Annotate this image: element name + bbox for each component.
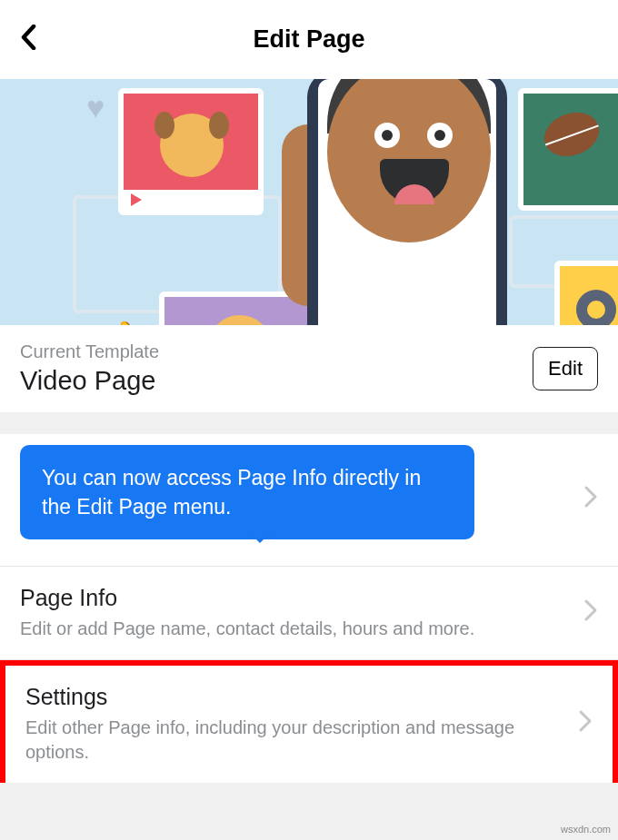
card-map (554, 261, 618, 325)
list-item-settings[interactable]: Settings Edit other Page info, including… (0, 660, 618, 783)
item-title: Settings (25, 684, 560, 710)
item-description: Edit or add Page name, contact details, … (20, 617, 565, 641)
list-item-page-info[interactable]: Page Info Edit or add Page name, contact… (0, 567, 618, 660)
back-button[interactable] (20, 22, 36, 57)
thumbs-up-icon: 👍 (86, 317, 156, 325)
chevron-left-icon (20, 25, 36, 50)
phone-illustration: ● REC (307, 79, 507, 325)
template-name: Video Page (20, 366, 159, 396)
card-football (518, 88, 618, 211)
chevron-right-icon (583, 485, 598, 515)
chevron-right-icon (583, 598, 598, 628)
map-pin-icon (568, 282, 618, 325)
item-title: Page Info (20, 585, 565, 611)
page-title: Edit Page (18, 25, 600, 54)
template-section: Current Template Video Page Edit (0, 325, 618, 412)
play-icon (131, 193, 142, 206)
football-icon (538, 105, 605, 163)
section-spacer (0, 412, 618, 434)
chevron-right-icon (578, 709, 593, 739)
item-description: Edit other Page info, including your des… (25, 716, 560, 765)
template-label: Current Template (20, 341, 159, 362)
video-card-dog (118, 88, 264, 215)
info-tooltip: You can now access Page Info directly in… (20, 445, 474, 539)
edit-template-button[interactable]: Edit (533, 347, 598, 390)
heart-icon: ♥ (86, 90, 105, 125)
header-bar: Edit Page (0, 0, 618, 79)
hero-illustration: ♥ ● REC 👍 (0, 79, 618, 325)
donut-icon (208, 315, 272, 325)
